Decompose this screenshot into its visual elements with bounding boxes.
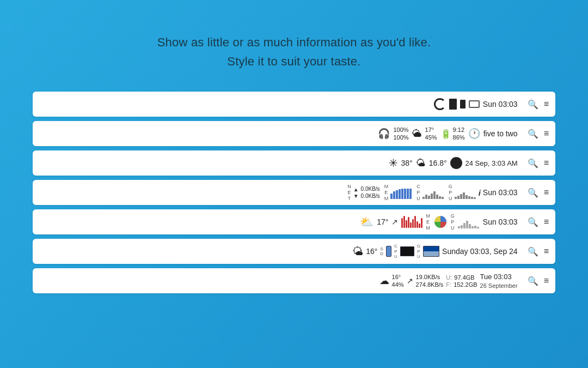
- bar2-search-icon[interactable]: 🔍: [528, 129, 538, 139]
- datetime-bar3: 24 Sep, 3:03 AM: [465, 159, 518, 167]
- svg-rect-31: [474, 226, 476, 228]
- five-to-two-text: five to two: [483, 129, 518, 138]
- svg-rect-18: [460, 194, 462, 199]
- bar-6: 🌤 16° SD CPU GPU Sunday 03:03, Sep 24 🔍 …: [33, 239, 555, 264]
- svg-rect-11: [431, 194, 433, 199]
- bar4-search-icon[interactable]: 🔍: [528, 188, 538, 198]
- sd-bar-icon: [386, 246, 391, 257]
- bar5-actions: 🔍 ≡: [528, 217, 549, 227]
- headphone-icon: 🎧: [378, 128, 390, 140]
- bar2-actions: 🔍 ≡: [528, 129, 549, 139]
- svg-rect-19: [463, 192, 465, 199]
- svg-rect-32: [477, 227, 479, 228]
- svg-rect-15: [442, 197, 444, 199]
- svg-rect-25: [458, 226, 460, 228]
- headphone-pct: 100% 100%: [393, 126, 408, 142]
- gpu-chart: [455, 186, 476, 199]
- mem-label: MEM: [384, 184, 389, 201]
- svg-rect-16: [455, 197, 457, 199]
- bar1-content: Sun 03:03: [434, 98, 518, 110]
- bar3-menu-icon[interactable]: ≡: [544, 158, 549, 168]
- svg-rect-28: [466, 221, 468, 228]
- weather-icon-bar6: 🌤: [352, 245, 363, 258]
- svg-rect-22: [471, 197, 473, 199]
- bar6-content: 🌤 16° SD CPU GPU Sunday 03:03, Sep 24: [352, 244, 518, 260]
- fan-icon: ✳: [389, 156, 398, 170]
- weather-icon-bar5: ⛅: [360, 215, 373, 228]
- bar7-search-icon[interactable]: 🔍: [528, 276, 538, 286]
- svg-rect-5: [404, 189, 406, 199]
- bar1-actions: 🔍 ≡: [528, 99, 549, 110]
- gpu-monitor-icon: [423, 246, 439, 257]
- tagline-line1: Show as little or as much information as…: [157, 33, 431, 52]
- bar6-search-icon[interactable]: 🔍: [528, 246, 538, 257]
- temp-bar5: 17°: [377, 218, 388, 226]
- bar2-content: 🎧 100% 100% 🌥 17° 45% 🔋 9:12 86% 🕐 five …: [378, 126, 517, 142]
- rect-outline-icon: [469, 100, 480, 108]
- svg-rect-30: [471, 226, 474, 228]
- bar1-menu-icon[interactable]: ≡: [544, 99, 549, 109]
- bar5-menu-icon[interactable]: ≡: [544, 217, 549, 227]
- svg-rect-23: [474, 197, 476, 199]
- svg-rect-2: [396, 190, 398, 199]
- clock-icon-bar2: 🕐: [468, 128, 480, 140]
- tagline-line2: Style it to suit your taste.: [157, 52, 431, 71]
- svg-rect-21: [468, 196, 470, 199]
- bar4-actions: 🔍 ≡: [528, 188, 549, 198]
- tagline: Show as little or as much information as…: [157, 33, 431, 71]
- net-speeds: 0.0KB/s 0.0KB/s: [361, 185, 380, 200]
- svg-rect-6: [407, 189, 409, 199]
- bar7-content: ☁ 16° 44% ↗ 19.0KB/s 274.8KB/s U: 97.4GB…: [379, 272, 518, 291]
- mem-chart: [390, 186, 412, 199]
- bar6-actions: 🔍 ≡: [528, 246, 549, 257]
- bar4-content: NET ▲ ▼ 0.0KB/s 0.0KB/s MEM: [347, 184, 517, 201]
- gpu-label: GPU: [449, 184, 452, 201]
- bar3-content: ✳ 38° 🌤 16.8° 24 Sep, 3:03 AM: [389, 156, 518, 170]
- rect-black-icon: [449, 99, 457, 110]
- net-speed-bar7: 19.0KB/s 274.8KB/s: [416, 273, 444, 289]
- svg-rect-26: [461, 225, 463, 228]
- gpu-chart-bar5: [458, 215, 480, 228]
- bar1-search-icon[interactable]: 🔍: [528, 99, 538, 110]
- bar7-menu-icon[interactable]: ≡: [544, 276, 549, 286]
- cpu-chart: [422, 186, 444, 199]
- bar2-menu-icon[interactable]: ≡: [544, 129, 549, 138]
- cloud-moon-icon: 🌤: [416, 158, 426, 169]
- temp-pct-bar7: 16° 44%: [392, 273, 404, 289]
- gpu-label-bar5: GPU: [451, 213, 455, 231]
- net-label: NET: [347, 184, 351, 201]
- bar3-search-icon[interactable]: 🔍: [528, 158, 538, 168]
- bar-1: Sun 03:03 🔍 ≡: [33, 92, 555, 117]
- svg-rect-0: [390, 194, 393, 199]
- svg-rect-29: [469, 224, 471, 228]
- svg-rect-7: [409, 189, 412, 199]
- svg-rect-8: [422, 197, 425, 199]
- net-arrows: ▲ ▼: [353, 186, 359, 199]
- svg-rect-27: [463, 223, 465, 228]
- bar-3: ✳ 38° 🌤 16.8° 24 Sep, 3:03 AM 🔍 ≡: [33, 150, 555, 176]
- svg-rect-1: [393, 191, 395, 199]
- spinner-icon: [434, 98, 446, 110]
- cpu-label-bar6: CPU: [394, 244, 397, 260]
- bar6-menu-icon[interactable]: ≡: [544, 246, 549, 256]
- audio-bars: [401, 216, 422, 228]
- svg-rect-14: [439, 196, 441, 199]
- svg-rect-10: [428, 196, 430, 199]
- bar4-menu-icon[interactable]: ≡: [544, 188, 549, 197]
- battery-icon: 🔋: [440, 129, 451, 139]
- svg-rect-20: [465, 195, 468, 199]
- temp-bar6: 16°: [366, 247, 377, 256]
- info-icon: i: [479, 188, 481, 197]
- expand-arrows-icon: ↗: [391, 218, 398, 226]
- mem-label-bar5: MEM: [426, 213, 430, 231]
- bar-4: NET ▲ ▼ 0.0KB/s 0.0KB/s MEM: [33, 180, 555, 205]
- svg-rect-13: [436, 195, 438, 199]
- bar5-search-icon[interactable]: 🔍: [528, 217, 538, 227]
- bar-7: ☁ 16° 44% ↗ 19.0KB/s 274.8KB/s U: 97.4GB…: [33, 268, 555, 293]
- mem-pie-chart: [433, 215, 448, 229]
- weather-temp-bar3: 16.8°: [429, 159, 447, 167]
- cloud-icon-bar2: 🌥: [412, 128, 422, 140]
- rect-small-icon: [460, 100, 465, 108]
- svg-rect-12: [433, 191, 436, 199]
- bars-container: Sun 03:03 🔍 ≡ 🎧 100% 100% 🌥 17° 45% 🔋 9:…: [33, 92, 555, 293]
